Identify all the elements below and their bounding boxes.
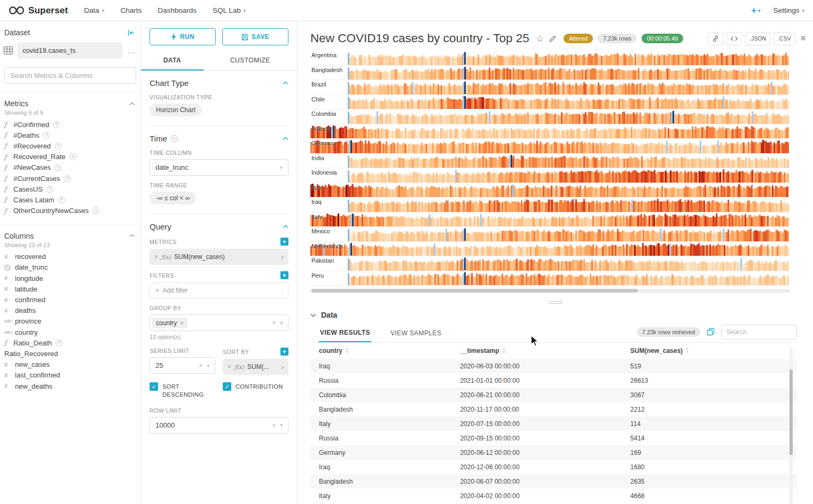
- visualization-type-value[interactable]: Horizon Chart: [150, 104, 202, 116]
- altered-badge[interactable]: Altered: [564, 34, 593, 43]
- results-search-input[interactable]: [721, 325, 797, 340]
- tab-data[interactable]: DATA: [141, 52, 204, 70]
- nav-item-dashboards[interactable]: Dashboards: [158, 6, 197, 14]
- column-item[interactable]: #recovered: [0, 251, 140, 262]
- horizon-chart[interactable]: ArgentinaBangladeshBrazilChileColombiaFr…: [310, 51, 789, 286]
- group-by-select[interactable]: country × × ▾: [150, 314, 288, 331]
- favorite-star-icon[interactable]: ☆: [536, 33, 544, 44]
- help-icon[interactable]: ?: [69, 153, 76, 160]
- column-item[interactable]: Ratio_Recovered: [0, 348, 140, 359]
- more-options-icon[interactable]: …: [126, 46, 136, 55]
- run-button[interactable]: RUN: [150, 28, 216, 45]
- time-column-select[interactable]: date_trunc ▾: [150, 159, 288, 176]
- scrollbar-thumb[interactable]: [789, 369, 793, 455]
- clear-icon[interactable]: ×: [272, 421, 276, 429]
- results-column-header-0[interactable]: country: [310, 343, 451, 359]
- chevron-up-icon[interactable]: [283, 225, 288, 229]
- metric-item[interactable]: ƒOtherCountryNewCases?: [0, 206, 140, 216]
- column-item[interactable]: #latitude: [0, 284, 140, 294]
- settings-menu-button[interactable]: Settings ▾: [773, 6, 804, 14]
- edit-title-icon[interactable]: [549, 35, 557, 43]
- chart-menu-icon[interactable]: ≡: [801, 34, 806, 43]
- column-item[interactable]: ABCprovince: [0, 316, 140, 327]
- help-icon[interactable]: ?: [53, 121, 60, 128]
- checked-checkbox-icon[interactable]: ✓: [223, 382, 231, 391]
- sort-descending-checkbox[interactable]: ✓ SORT DESCENDING: [150, 382, 215, 399]
- copy-icon[interactable]: [707, 328, 715, 336]
- metric-item[interactable]: ƒCasesUS?: [0, 184, 140, 194]
- chevron-up-icon[interactable]: [129, 102, 135, 106]
- add-filter-dropzone[interactable]: + Add filter: [150, 282, 288, 298]
- chevron-right-icon[interactable]: ›: [281, 363, 284, 371]
- column-item[interactable]: #longitude: [0, 273, 140, 284]
- column-item[interactable]: #new_deaths: [0, 381, 140, 391]
- vertical-scrollbar[interactable]: [789, 348, 793, 504]
- help-icon[interactable]: ?: [56, 340, 62, 346]
- help-icon[interactable]: ?: [46, 186, 53, 193]
- column-item[interactable]: date_trunc: [0, 262, 140, 273]
- horizon-chart-canvas[interactable]: [310, 51, 789, 286]
- time-range-value[interactable]: -∞ ≤ col < ∞: [150, 192, 196, 204]
- save-button[interactable]: SAVE: [222, 28, 288, 45]
- column-item[interactable]: #new_cases: [0, 359, 140, 370]
- clear-icon[interactable]: ×: [272, 319, 276, 327]
- chevron-down-icon[interactable]: [310, 313, 316, 317]
- nav-item-sql-lab[interactable]: SQL Lab▾: [213, 6, 246, 14]
- add-sort-by-button[interactable]: +: [280, 348, 288, 356]
- chevron-right-icon[interactable]: ›: [281, 253, 284, 261]
- tab-view-samples[interactable]: VIEW SAMPLES: [389, 324, 443, 342]
- chevron-up-icon[interactable]: [283, 137, 288, 140]
- metric-item[interactable]: ƒ#Deaths?: [0, 130, 140, 140]
- dataset-name[interactable]: covid19.cases_ts: [17, 42, 122, 59]
- remove-tag-icon[interactable]: ×: [180, 320, 183, 326]
- clear-icon[interactable]: ×: [199, 361, 203, 369]
- sort-icon[interactable]: [345, 348, 349, 353]
- sort-icon[interactable]: [502, 348, 506, 353]
- row-limit-select[interactable]: 10000 × ▾: [150, 417, 288, 434]
- help-icon[interactable]: ?: [58, 196, 65, 203]
- add-metric-button[interactable]: +: [280, 238, 288, 246]
- column-item[interactable]: #last_confirmed: [0, 370, 140, 381]
- export-json-button[interactable]: .JSON: [745, 32, 770, 45]
- chevron-up-icon[interactable]: [129, 234, 135, 238]
- metric-item[interactable]: ƒ#Confirmed?: [0, 119, 140, 130]
- column-item[interactable]: ƒRatio_Death?: [0, 337, 140, 348]
- metric-item[interactable]: ƒCases Latam?: [0, 194, 140, 205]
- results-column-header-2[interactable]: SUM(new_cases): [622, 343, 797, 359]
- sort-icon[interactable]: [685, 348, 689, 353]
- horizontal-scrollbar[interactable]: [310, 289, 790, 293]
- column-item[interactable]: #confirmed: [0, 294, 140, 305]
- metric-item[interactable]: ƒ#Recovered?: [0, 140, 140, 151]
- help-icon[interactable]: ?: [92, 207, 99, 214]
- superset-logo[interactable]: Superset: [9, 5, 68, 16]
- remove-sort-icon[interactable]: ×: [228, 363, 231, 371]
- export-csv-button[interactable]: .CSV: [773, 32, 795, 45]
- add-filter-button[interactable]: +: [280, 271, 288, 279]
- help-icon[interactable]: ?: [64, 175, 71, 182]
- metric-item[interactable]: ƒ#NewCases?: [0, 162, 140, 173]
- help-icon[interactable]: ?: [54, 164, 61, 171]
- share-link-button[interactable]: [708, 32, 723, 45]
- column-item[interactable]: #deaths: [0, 305, 140, 316]
- remove-metric-icon[interactable]: ×: [154, 253, 158, 261]
- metric-pill[interactable]: × ƒ(x) SUM(new_cases) ›: [150, 249, 288, 265]
- scrollbar-thumb[interactable]: [311, 289, 638, 293]
- info-icon[interactable]: i: [171, 135, 178, 142]
- metrics-columns-search-input[interactable]: [4, 67, 136, 84]
- collapse-panel-icon[interactable]: [127, 29, 135, 37]
- help-icon[interactable]: ?: [43, 132, 50, 139]
- series-limit-select[interactable]: 25 × ▾: [150, 357, 215, 374]
- tab-customize[interactable]: CUSTOMIZE: [204, 52, 297, 70]
- contribution-checkbox[interactable]: ✓ CONTRIBUTION: [223, 382, 288, 399]
- results-column-header-1[interactable]: __timestamp: [451, 343, 622, 359]
- checked-checkbox-icon[interactable]: ✓: [150, 382, 158, 391]
- group-by-tag[interactable]: country ×: [152, 318, 187, 328]
- column-item[interactable]: ABCcountry: [0, 327, 140, 337]
- tab-view-results[interactable]: VIEW RESULTS: [319, 324, 371, 342]
- embed-code-button[interactable]: [726, 32, 742, 45]
- metric-item[interactable]: ƒ#CurrentCases?: [0, 173, 140, 184]
- nav-item-data[interactable]: Data▾: [84, 6, 104, 14]
- sort-by-pill[interactable]: × ƒ(x) SUM(... ›: [223, 359, 288, 375]
- new-menu-button[interactable]: + ▾: [751, 5, 760, 16]
- help-icon[interactable]: ?: [54, 143, 61, 149]
